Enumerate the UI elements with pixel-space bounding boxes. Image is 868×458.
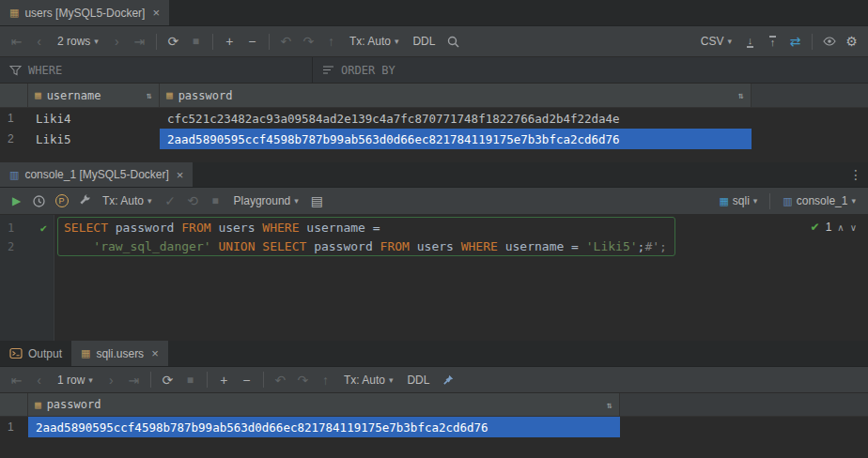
- sort-toggle-icon[interactable]: ⇅: [147, 90, 152, 100]
- submit-icon[interactable]: ↑: [320, 31, 342, 52]
- tab-users-label: users [MySQL5-Docker]: [24, 7, 145, 20]
- cell-username[interactable]: Liki5: [28, 129, 160, 149]
- redo-icon[interactable]: ↷: [292, 370, 314, 390]
- profiler-icon[interactable]: P: [51, 191, 72, 211]
- last-page-icon[interactable]: ⇥: [129, 31, 150, 52]
- chevron-down-icon: ▾: [727, 37, 732, 46]
- rollback-icon[interactable]: ⟲: [182, 191, 204, 211]
- first-page-icon[interactable]: ⇤: [6, 370, 27, 390]
- view-options-eye-icon[interactable]: [818, 31, 840, 52]
- tab-output[interactable]: Output: [0, 341, 71, 366]
- tab-sqli-users-result[interactable]: ▦ sqli.users ×: [71, 341, 168, 366]
- console-tabbar: ▥ console_1 [MySQL5-Docker] × ⋮: [0, 162, 868, 188]
- more-options-kebab-icon[interactable]: ⋮: [844, 162, 868, 187]
- chevron-down-icon: ▾: [389, 375, 394, 385]
- delete-row-icon[interactable]: −: [241, 31, 263, 52]
- submit-icon[interactable]: ↑: [315, 370, 336, 390]
- header-filler: [620, 393, 868, 416]
- tx-mode-selector[interactable]: Tx: Auto▾: [343, 31, 406, 52]
- next-occurrence-icon[interactable]: ∨: [850, 222, 857, 233]
- tx-mode-label: Tx: Auto: [102, 194, 144, 207]
- wrench-settings-icon[interactable]: [73, 191, 95, 211]
- import-data-icon[interactable]: ↑: [762, 31, 783, 52]
- cell-password[interactable]: cfc521c23482ac93a09584ad2e139c4a7fc87077…: [160, 108, 752, 129]
- prev-occurrence-icon[interactable]: ∧: [837, 222, 844, 233]
- transpose-icon[interactable]: ⇄: [784, 31, 806, 52]
- sql-editor[interactable]: 1✔ 2 SELECT password FROM users WHERE us…: [0, 215, 868, 341]
- next-page-icon[interactable]: ›: [106, 31, 128, 52]
- corner-header-cell[interactable]: [0, 393, 28, 416]
- tx-mode-selector[interactable]: Tx: Auto▾: [96, 191, 159, 211]
- ddl-button[interactable]: DDL: [400, 370, 436, 390]
- stop-icon[interactable]: ■: [205, 191, 226, 211]
- next-page-icon[interactable]: ›: [101, 370, 122, 390]
- close-icon[interactable]: ×: [151, 346, 159, 360]
- column-header-password[interactable]: ▦ password ⇅: [160, 84, 752, 107]
- redo-icon[interactable]: ↷: [298, 31, 319, 52]
- editor-code-area[interactable]: SELECT password FROM users WHERE usernam…: [54, 215, 868, 341]
- order-by-icon: [322, 65, 334, 75]
- chevron-down-icon: ▾: [395, 37, 399, 46]
- chevron-down-icon: ▾: [753, 196, 758, 206]
- ddl-button[interactable]: DDL: [406, 31, 442, 52]
- sort-toggle-icon[interactable]: ⇅: [738, 90, 744, 100]
- occurrences-widget[interactable]: ✔ 1 ∧ ∨: [811, 221, 857, 234]
- export-format-selector[interactable]: CSV▾: [694, 31, 738, 52]
- chevron-down-icon: ▾: [851, 196, 856, 206]
- tab-output-label: Output: [28, 347, 62, 360]
- tx-mode-label: Tx: Auto: [349, 35, 391, 48]
- delete-row-icon[interactable]: −: [236, 370, 257, 390]
- stop-icon[interactable]: ■: [179, 370, 201, 390]
- undo-icon[interactable]: ↶: [270, 370, 291, 390]
- database-ide-window: ▦ users [MySQL5-Docker] × ⇤ ‹ 2 rows▾ › …: [0, 0, 868, 458]
- occurrence-count: 1: [826, 221, 832, 234]
- schema-icon: ▦: [719, 195, 728, 207]
- page-size-selector[interactable]: 2 rows▾: [51, 31, 105, 52]
- sql-line-2[interactable]: 'raw_sql_danger' UNION SELECT password F…: [54, 237, 868, 256]
- grid-header-row: ▦ password ⇅: [0, 393, 868, 417]
- sql-line-1[interactable]: SELECT password FROM users WHERE usernam…: [54, 219, 868, 237]
- commit-icon[interactable]: ✓: [160, 191, 181, 211]
- cell-password-selected[interactable]: 2aad5890595ccf4598b787b99ab563d0d66ec821…: [160, 129, 752, 149]
- first-page-icon[interactable]: ⇤: [6, 31, 27, 52]
- schema-selector[interactable]: ▦sqli▾: [712, 191, 764, 211]
- page-size-selector[interactable]: 1 row▾: [51, 370, 100, 390]
- row-number[interactable]: 2: [0, 129, 28, 149]
- history-clock-icon[interactable]: [28, 191, 50, 211]
- execute-play-icon[interactable]: ▶: [6, 191, 27, 211]
- add-row-icon[interactable]: +: [213, 370, 235, 390]
- tx-mode-selector[interactable]: Tx: Auto▾: [337, 370, 400, 390]
- undo-icon[interactable]: ↶: [275, 31, 297, 52]
- playground-mode-selector[interactable]: Playground▾: [227, 191, 305, 211]
- where-filter-input[interactable]: WHERE: [0, 57, 312, 83]
- prev-page-icon[interactable]: ‹: [28, 31, 50, 52]
- pin-tab-icon[interactable]: [437, 370, 458, 390]
- search-icon[interactable]: [442, 31, 464, 52]
- settings-gear-icon[interactable]: ⚙: [841, 31, 862, 52]
- export-data-icon[interactable]: ↓: [739, 31, 761, 52]
- tab-users-table[interactable]: ▦ users [MySQL5-Docker] ×: [0, 0, 169, 25]
- session-selector[interactable]: ▥console_1▾: [776, 191, 862, 211]
- cell-username[interactable]: Liki4: [28, 108, 160, 129]
- schema-label: sqli: [733, 194, 750, 207]
- tab-console-1[interactable]: ▥ console_1 [MySQL5-Docker] ×: [0, 162, 193, 187]
- result-panel-tabbar: Output ▦ sqli.users ×: [0, 341, 868, 367]
- close-icon[interactable]: ×: [177, 168, 184, 182]
- where-placeholder: WHERE: [28, 64, 62, 77]
- column-header-password[interactable]: ▦ password ⇅: [28, 393, 620, 416]
- add-row-icon[interactable]: +: [219, 31, 240, 52]
- prev-page-icon[interactable]: ‹: [28, 370, 50, 390]
- corner-header-cell[interactable]: [0, 84, 28, 107]
- output-view-mode-icon[interactable]: ▤: [306, 191, 328, 211]
- row-number[interactable]: 1: [0, 417, 28, 437]
- refresh-icon[interactable]: ⟳: [163, 31, 184, 52]
- column-header-username[interactable]: ▦ username ⇅: [28, 84, 160, 107]
- refresh-icon[interactable]: ⟳: [157, 370, 178, 390]
- stop-icon[interactable]: ■: [185, 31, 207, 52]
- sort-toggle-icon[interactable]: ⇅: [607, 400, 612, 410]
- row-number[interactable]: 1: [0, 108, 28, 129]
- close-icon[interactable]: ×: [152, 6, 160, 20]
- cell-password-selected[interactable]: 2aad5890595ccf4598b787b99ab563d0d66ec821…: [28, 417, 620, 437]
- last-page-icon[interactable]: ⇥: [123, 370, 145, 390]
- order-by-input[interactable]: ORDER BY: [313, 57, 868, 83]
